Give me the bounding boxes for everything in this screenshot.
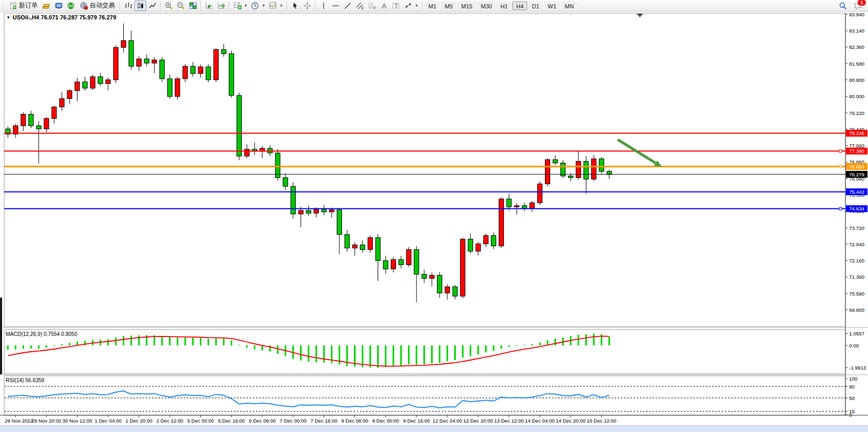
timeframe-button-m1[interactable]: M1 xyxy=(425,2,440,10)
autotrading-button[interactable]: 自动交易 xyxy=(77,1,117,11)
candle-down xyxy=(283,177,288,186)
indicators-icon xyxy=(269,1,277,10)
collapse-icon[interactable]: ▼ xyxy=(6,15,10,20)
candle-up xyxy=(244,149,249,156)
chart-window[interactable]: 83.94083.14082.36081.58080.80080.00079.2… xyxy=(0,0,868,432)
line-handle[interactable] xyxy=(839,207,842,210)
candle-up xyxy=(106,80,111,83)
tile-windows-button[interactable] xyxy=(187,1,199,11)
autotrading-label: 自动交易 xyxy=(90,1,115,10)
candle-down xyxy=(360,245,365,250)
zoom-out-button[interactable] xyxy=(175,1,187,11)
cursor-button[interactable] xyxy=(290,1,302,11)
autotrading-icon xyxy=(79,1,88,10)
candle-up xyxy=(538,184,542,203)
candle-up xyxy=(21,114,26,126)
new-order-button[interactable]: 新订单 xyxy=(6,1,40,11)
candle-down xyxy=(221,49,226,54)
fibo-icon: F xyxy=(368,1,377,10)
timeframe-button-h1[interactable]: H1 xyxy=(497,2,511,10)
time-tick-label: 7 Dec 00:00 xyxy=(280,418,306,424)
search-button[interactable] xyxy=(837,1,849,11)
candle-down xyxy=(399,260,403,265)
auto-scroll-icon xyxy=(205,1,213,10)
fibonacci-button[interactable]: F xyxy=(366,1,378,11)
price-tick-label: 80.000 xyxy=(849,93,864,99)
candle-down xyxy=(507,199,511,207)
candle-down xyxy=(167,79,172,97)
svg-text:75.442: 75.442 xyxy=(849,189,864,195)
svg-text:F: F xyxy=(374,6,376,10)
rsi-scale-label: 50 xyxy=(849,395,855,401)
channel-button[interactable]: E xyxy=(354,1,366,11)
line-chart-button[interactable] xyxy=(146,1,158,11)
auto-scroll-button[interactable] xyxy=(203,1,215,11)
market-watch-button[interactable] xyxy=(40,1,52,11)
timeframe-button-m30[interactable]: M30 xyxy=(477,2,496,10)
crosshair-button[interactable] xyxy=(302,1,314,11)
candlestick-chart-button[interactable] xyxy=(134,1,146,11)
time-tick-label: 12 Dec 20:00 xyxy=(463,418,493,424)
time-tick-label: 7 Dec 16:00 xyxy=(310,418,337,424)
timeframe-button-m5[interactable]: M5 xyxy=(441,2,456,10)
terminal-icon xyxy=(54,1,63,10)
candle-up xyxy=(329,210,334,212)
toolbar-grip[interactable] xyxy=(421,2,424,9)
indicators-button[interactable]: ▼ xyxy=(267,1,285,11)
rsi-scale-label: 100 xyxy=(849,376,858,382)
new-chart-button[interactable]: ▼ xyxy=(231,1,249,11)
window-bottom-edge xyxy=(0,425,868,432)
time-tick-label: 2 Dec 12:00 xyxy=(156,418,183,424)
candle-up xyxy=(430,275,434,278)
line-handle[interactable] xyxy=(839,150,842,152)
arrows-tool-button[interactable]: ▼ xyxy=(402,1,420,11)
timeframe-button-w1[interactable]: W1 xyxy=(544,2,560,10)
time-tick-label: 14 Dec 20:00 xyxy=(556,418,586,424)
time-tick-label: 14 Dec 04:00 xyxy=(525,418,555,424)
toolbar-separator xyxy=(315,1,316,10)
horizontal-line-button[interactable] xyxy=(330,1,342,11)
toolbar-grip[interactable] xyxy=(119,2,121,9)
toolbar-grip[interactable] xyxy=(286,2,288,9)
price-tick-label: 80.800 xyxy=(849,77,864,83)
text-icon: A xyxy=(380,1,389,10)
vertical-line-button[interactable] xyxy=(318,1,330,11)
candle-down xyxy=(322,209,326,212)
toolbar-grip[interactable] xyxy=(2,2,5,9)
bar-chart-button[interactable] xyxy=(122,1,134,11)
time-tick-label: 6 Dec 08:00 xyxy=(249,418,275,424)
chat-button[interactable]: 1 xyxy=(852,1,864,11)
timeframe-button-h4[interactable]: H4 xyxy=(512,2,527,10)
candle-down xyxy=(337,210,342,235)
rsi-pane[interactable] xyxy=(4,376,845,415)
signal-button[interactable] xyxy=(65,1,77,11)
candle-down xyxy=(599,159,604,172)
toolbar: 新订单 自动交易 ▼ ▼ xyxy=(0,0,868,12)
dropdown-arrow-icon: ▼ xyxy=(262,4,265,7)
label-tool-button[interactable]: T xyxy=(390,1,402,11)
new-chart-icon xyxy=(233,1,242,10)
line-handle[interactable] xyxy=(839,165,842,168)
timeframe-button-mn[interactable]: MN xyxy=(561,2,577,10)
timeframe-button-d1[interactable]: D1 xyxy=(528,2,543,10)
periods-button[interactable]: ▼ xyxy=(249,1,267,11)
time-tick-label: 12 Dec 04:00 xyxy=(433,418,463,424)
price-tick-label: 83.140 xyxy=(849,28,864,34)
horizontal-line-icon xyxy=(331,1,340,10)
terminal-button[interactable] xyxy=(52,1,65,11)
candle-down xyxy=(453,287,457,296)
trendline-button[interactable] xyxy=(342,1,354,11)
candle-up xyxy=(136,59,141,66)
candle-up xyxy=(52,107,57,119)
candle-up xyxy=(75,82,80,91)
price-tick-label: 69.800 xyxy=(849,307,864,313)
chart-shift-button[interactable] xyxy=(215,1,227,11)
zoom-in-button[interactable] xyxy=(163,1,175,11)
candle-up xyxy=(445,287,449,293)
candle-down xyxy=(607,171,612,174)
price-tick-label: 81.580 xyxy=(849,61,864,67)
timeframe-button-m15[interactable]: M15 xyxy=(457,2,476,10)
time-tick-label: 1 Dec 04:00 xyxy=(94,418,121,424)
macd-scale-label: 1.0557 xyxy=(849,331,864,336)
text-tool-button[interactable]: A xyxy=(378,1,390,11)
